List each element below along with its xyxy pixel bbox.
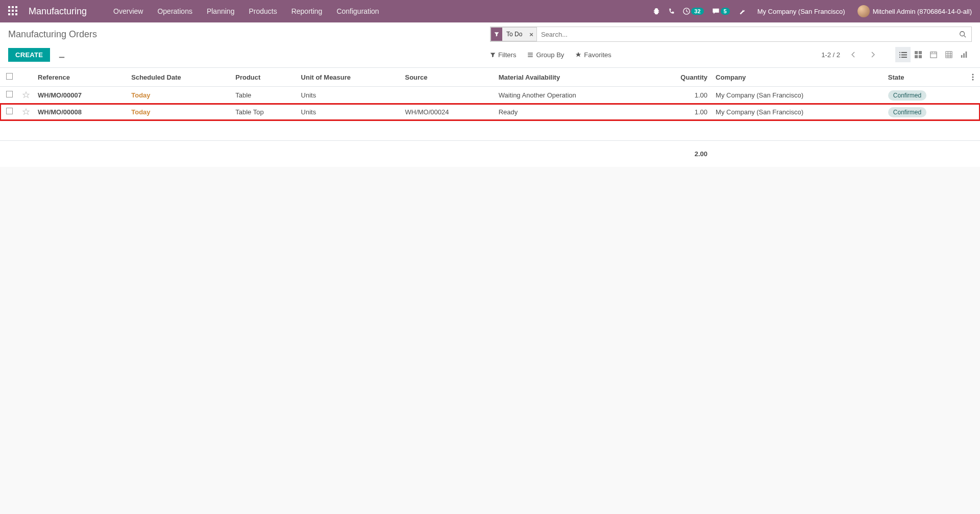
app-brand[interactable]: Manufacturing <box>29 6 87 17</box>
svg-rect-25 <box>946 52 952 58</box>
svg-rect-21 <box>919 51 922 54</box>
orders-table: Reference Scheduled Date Product Unit of… <box>0 68 980 167</box>
cell-scheduled-date: Today <box>127 104 231 120</box>
view-kanban-icon[interactable] <box>911 47 926 62</box>
pager-value[interactable]: 1-2 / 2 <box>821 51 840 59</box>
svg-rect-16 <box>899 54 900 55</box>
messages-icon[interactable]: 5 <box>712 8 730 15</box>
facet-label: To Do <box>502 31 526 38</box>
search-input[interactable] <box>537 29 954 40</box>
view-switcher <box>895 47 972 62</box>
view-graph-icon[interactable] <box>957 47 972 62</box>
company-switcher[interactable]: My Company (San Francisco) <box>757 8 845 15</box>
cell-source <box>401 87 495 104</box>
menu-configuration[interactable]: Configuration <box>330 4 385 18</box>
menu-planning[interactable]: Planning <box>201 4 241 18</box>
favorites-button[interactable]: Favorites <box>575 51 611 59</box>
view-pivot-icon[interactable] <box>941 47 957 62</box>
svg-point-10 <box>960 32 965 36</box>
cell-quantity: 1.00 <box>649 87 712 104</box>
svg-rect-12 <box>528 54 533 55</box>
menu-reporting[interactable]: Reporting <box>285 4 329 18</box>
view-calendar-icon[interactable] <box>926 47 941 62</box>
svg-rect-19 <box>901 57 906 58</box>
cell-reference: WH/MO/00007 <box>34 87 127 104</box>
cell-company: My Company (San Francisco) <box>712 87 884 104</box>
pager-prev-icon[interactable] <box>847 50 860 60</box>
list-view: Reference Scheduled Date Product Unit of… <box>0 68 980 167</box>
cell-reference: WH/MO/00008 <box>34 104 127 120</box>
pager: 1-2 / 2 <box>821 50 879 60</box>
star-icon[interactable] <box>18 87 34 104</box>
filters-label: Filters <box>498 51 516 59</box>
state-badge: Confirmed <box>888 90 926 101</box>
cell-scheduled-date: Today <box>127 87 231 104</box>
col-product[interactable]: Product <box>231 68 297 87</box>
create-button[interactable]: CREATE <box>8 48 50 62</box>
avatar-icon <box>857 5 870 17</box>
svg-rect-1 <box>12 6 14 8</box>
phone-icon[interactable] <box>668 8 675 15</box>
export-icon[interactable] <box>55 48 68 61</box>
filters-button[interactable]: Filters <box>490 51 516 59</box>
menu-operations[interactable]: Operations <box>151 4 198 18</box>
search-icon[interactable] <box>954 31 971 38</box>
cell-material-availability: Waiting Another Operation <box>495 87 649 104</box>
user-menu[interactable]: Mitchell Admin (8706864-14-0-all) <box>857 5 972 17</box>
cell-quantity: 1.00 <box>649 104 712 120</box>
col-material-availability[interactable]: Material Availability <box>495 68 649 87</box>
svg-rect-24 <box>930 52 937 58</box>
table-row[interactable]: WH/MO/00008TodayTable TopUnitsWH/MO/0002… <box>0 104 980 120</box>
svg-point-31 <box>972 79 974 81</box>
pager-next-icon[interactable] <box>867 50 879 60</box>
totals-row: 2.00 <box>0 141 980 167</box>
svg-point-30 <box>972 77 974 78</box>
row-checkbox[interactable] <box>6 91 13 97</box>
view-list-icon[interactable] <box>895 47 911 62</box>
select-all-checkbox[interactable] <box>6 73 13 80</box>
col-source[interactable]: Source <box>401 68 495 87</box>
search-view[interactable]: To Do × <box>490 27 972 42</box>
tools-icon[interactable] <box>738 8 745 15</box>
cell-uom: Units <box>297 87 401 104</box>
facet-remove-icon[interactable]: × <box>526 31 536 38</box>
svg-rect-17 <box>901 54 906 55</box>
svg-rect-15 <box>901 52 906 53</box>
col-reference[interactable]: Reference <box>34 68 127 87</box>
apps-icon[interactable] <box>8 6 18 16</box>
svg-rect-4 <box>12 10 14 12</box>
svg-rect-20 <box>915 51 918 54</box>
star-icon[interactable] <box>18 104 34 120</box>
row-checkbox[interactable] <box>6 108 13 114</box>
table-row[interactable]: WH/MO/00007TodayTableUnitsWaiting Anothe… <box>0 87 980 104</box>
debug-icon[interactable] <box>653 8 660 15</box>
activities-badge: 32 <box>691 8 703 15</box>
groupby-label: Group By <box>536 51 564 59</box>
user-label: Mitchell Admin (8706864-14-0-all) <box>873 8 972 15</box>
col-company[interactable]: Company <box>712 68 884 87</box>
control-panel: Manufacturing Orders To Do × CREATE <box>0 22 980 68</box>
col-options-icon[interactable] <box>968 68 980 87</box>
svg-rect-22 <box>915 55 918 58</box>
svg-rect-0 <box>8 6 10 8</box>
col-uom[interactable]: Unit of Measure <box>297 68 401 87</box>
menu-overview[interactable]: Overview <box>107 4 149 18</box>
svg-rect-26 <box>961 55 963 58</box>
col-scheduled-date[interactable]: Scheduled Date <box>127 68 231 87</box>
breadcrumb: Manufacturing Orders <box>8 29 490 40</box>
favorites-label: Favorites <box>584 51 611 59</box>
svg-rect-14 <box>899 52 900 53</box>
svg-rect-7 <box>12 13 14 15</box>
svg-rect-18 <box>899 57 900 58</box>
svg-rect-6 <box>8 13 10 15</box>
activities-icon[interactable]: 32 <box>683 8 703 15</box>
cell-product: Table <box>231 87 297 104</box>
col-quantity[interactable]: Quantity <box>649 68 712 87</box>
col-state[interactable]: State <box>884 68 968 87</box>
svg-rect-13 <box>528 56 533 57</box>
svg-rect-27 <box>963 53 965 58</box>
groupby-button[interactable]: Group By <box>527 51 564 59</box>
svg-rect-2 <box>15 6 17 8</box>
svg-rect-8 <box>15 13 17 15</box>
menu-products[interactable]: Products <box>242 4 283 18</box>
